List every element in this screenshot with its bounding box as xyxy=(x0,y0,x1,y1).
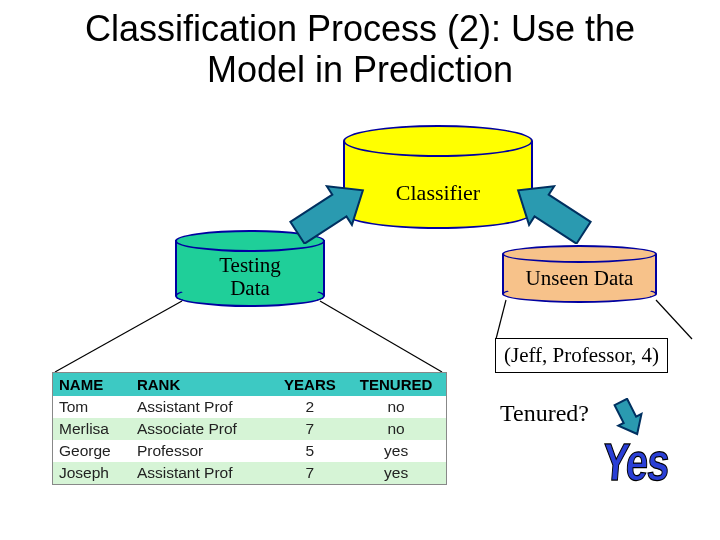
cell-name: George xyxy=(53,440,131,462)
question-label: Tenured? xyxy=(500,400,589,427)
cell-rank: Associate Prof xyxy=(131,418,274,440)
col-name-header: NAME xyxy=(53,373,131,396)
testing-data-table: NAME RANK YEARS TENURED Tom Assistant Pr… xyxy=(52,372,447,485)
cell-years: 5 xyxy=(274,440,347,462)
cell-rank: Professor xyxy=(131,440,274,462)
table-row: Tom Assistant Prof 2 no xyxy=(53,396,446,418)
svg-line-4 xyxy=(55,301,182,372)
diagram-stage: Classifier Testing Data Unseen Data xyxy=(0,0,720,540)
table-header-row: NAME RANK YEARS TENURED xyxy=(53,373,446,396)
col-rank-header: RANK xyxy=(131,373,274,396)
unseen-record: (Jeff, Professor, 4) xyxy=(495,338,668,373)
table-row: Merlisa Associate Prof 7 no xyxy=(53,418,446,440)
cell-tenured: yes xyxy=(346,440,446,462)
svg-line-5 xyxy=(320,301,442,372)
col-years-header: YEARS xyxy=(274,373,347,396)
cell-name: Merlisa xyxy=(53,418,131,440)
cell-name: Tom xyxy=(53,396,131,418)
cell-tenured: no xyxy=(346,418,446,440)
cell-rank: Assistant Prof xyxy=(131,396,274,418)
cell-rank: Assistant Prof xyxy=(131,462,274,484)
cell-years: 7 xyxy=(274,462,347,484)
cell-name: Joseph xyxy=(53,462,131,484)
table-row: Joseph Assistant Prof 7 yes xyxy=(53,462,446,484)
answer-text: Yes xyxy=(600,432,671,492)
table-row: George Professor 5 yes xyxy=(53,440,446,462)
cell-years: 2 xyxy=(274,396,347,418)
cell-tenured: yes xyxy=(346,462,446,484)
cell-tenured: no xyxy=(346,396,446,418)
cell-years: 7 xyxy=(274,418,347,440)
arrow-question-to-answer xyxy=(609,398,649,428)
col-tenured-header: TENURED xyxy=(346,373,446,396)
